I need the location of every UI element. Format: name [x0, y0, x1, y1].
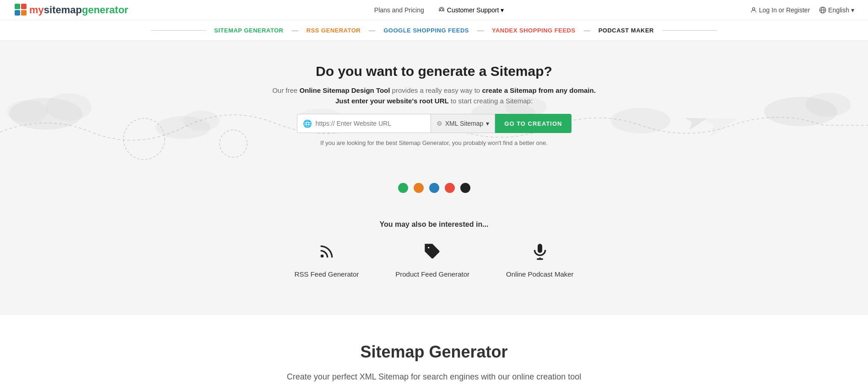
also-interested-title: You may also be interested in... [0, 220, 868, 229]
hero-subtitle-action: create a Sitemap from any domain. [482, 86, 595, 94]
main-navbar: SITEMAP GENERATOR — RSS GENERATOR — GOOG… [0, 20, 868, 41]
hero-note: If you are looking for the best Sitemap … [9, 139, 859, 146]
nav-google-shopping[interactable]: GOOGLE SHOPPING FEEDS [375, 27, 477, 34]
svg-rect-1 [21, 4, 27, 9]
nav-sep-2: — [369, 27, 375, 34]
hero-subtitle-mid: provides a really easy way to [390, 86, 482, 94]
sitemap-section-title: Sitemap Generator [9, 342, 859, 362]
url-bar: 🌐 ⚙ XML Sitemap ▾ GO TO CREATION [297, 114, 571, 133]
nav-yandex-shopping[interactable]: YANDEX SHOPPING FEEDS [484, 27, 584, 34]
nav-podcast-maker[interactable]: PODCAST MAKER [590, 27, 662, 34]
svg-point-4 [440, 8, 442, 11]
header-right-nav: Log In or Register English ▾ [750, 6, 854, 14]
nav-sitemap-generator[interactable]: SITEMAP GENERATOR [206, 27, 292, 34]
also-cards: RSS Feed Generator Product Feed Generato… [0, 242, 868, 278]
login-label: Log In or Register [759, 6, 810, 14]
nav-line-right [662, 30, 717, 31]
hero-subtitle-pre: Our free [272, 86, 299, 94]
hero-subtitle2: Just enter your website's root URL to st… [9, 97, 859, 105]
logo-icon [14, 3, 28, 17]
hero-title: Do you want to generate a Sitemap? [9, 64, 859, 79]
nav-sep-4: — [584, 27, 590, 34]
rss-icon [318, 242, 336, 265]
hero-subtitle: Our free Online Sitemap Design Tool prov… [9, 86, 859, 94]
dot-2[interactable] [414, 183, 424, 193]
plans-pricing-link[interactable]: Plans and Pricing [374, 6, 424, 14]
dots-row [0, 183, 868, 193]
dot-4[interactable] [445, 183, 455, 193]
hero-root-url-label: Just enter your website's root URL [335, 97, 449, 105]
svg-rect-27 [538, 244, 542, 253]
nav-sep-1: — [292, 27, 298, 34]
main-content: Do you want to generate a Sitemap? Our f… [0, 41, 868, 315]
rss-feed-card[interactable]: RSS Feed Generator [294, 242, 359, 278]
svg-rect-2 [15, 10, 20, 16]
sitemap-section-description: Create your perfect XML Sitemap for sear… [274, 371, 594, 383]
nav-rss-generator[interactable]: RSS GENERATOR [298, 27, 369, 34]
mic-icon [531, 242, 549, 265]
globe-icon [819, 6, 826, 14]
url-input[interactable] [316, 120, 425, 127]
sitemap-type-arrow: ▾ [486, 120, 489, 127]
go-to-creation-button[interactable]: GO TO CREATION [495, 114, 571, 133]
product-feed-label: Product Feed Generator [395, 270, 469, 278]
hero-subtitle2-mid: to start creating a Sitemap: [449, 97, 533, 105]
logo[interactable]: mysitemapgenerator [14, 3, 128, 17]
customer-support-label: Customer Support [447, 6, 499, 14]
svg-point-5 [752, 7, 755, 10]
logo-my: my [29, 4, 44, 16]
svg-rect-3 [21, 10, 27, 16]
tag-icon [423, 242, 442, 265]
nav-line-left [151, 30, 206, 31]
header-center-nav: Plans and Pricing Customer Support ▾ [374, 6, 504, 14]
language-selector[interactable]: English ▾ [819, 6, 854, 14]
podcast-maker-card[interactable]: Online Podcast Maker [506, 242, 574, 278]
header: mysitemapgenerator Plans and Pricing Cus… [0, 0, 868, 20]
logo-generator: generator [82, 4, 128, 16]
svg-rect-0 [15, 4, 20, 9]
language-arrow: ▾ [851, 6, 854, 14]
url-input-wrap: 🌐 [297, 114, 431, 133]
svg-point-25 [320, 255, 323, 258]
hero-section: Do you want to generate a Sitemap? Our f… [0, 41, 868, 174]
sitemap-type-dropdown[interactable]: ⚙ XML Sitemap ▾ [431, 114, 496, 133]
user-icon [750, 6, 757, 14]
gear-icon: ⚙ [437, 120, 442, 127]
login-register-link[interactable]: Log In or Register [750, 6, 810, 14]
customer-support-menu[interactable]: Customer Support ▾ [438, 6, 504, 14]
dot-1[interactable] [398, 183, 408, 193]
nav-sep-3: — [477, 27, 484, 34]
customer-support-arrow: ▾ [501, 6, 504, 14]
dot-3[interactable] [429, 183, 439, 193]
sitemap-type-label: XML Sitemap [445, 120, 484, 127]
product-feed-card[interactable]: Product Feed Generator [395, 242, 469, 278]
podcast-maker-label: Online Podcast Maker [506, 270, 574, 278]
hero-subtitle-tool: Online Sitemap Design Tool [299, 86, 390, 94]
headset-icon [438, 6, 445, 14]
also-interested-section: You may also be interested in... RSS Fee… [0, 211, 868, 296]
sitemap-generator-section: Sitemap Generator Create your perfect XM… [0, 315, 868, 390]
language-label: English [828, 6, 849, 14]
dot-5[interactable] [460, 183, 470, 193]
rss-feed-label: RSS Feed Generator [294, 270, 359, 278]
logo-sitemap: sitemap [44, 4, 82, 16]
url-globe-icon: 🌐 [303, 119, 312, 128]
